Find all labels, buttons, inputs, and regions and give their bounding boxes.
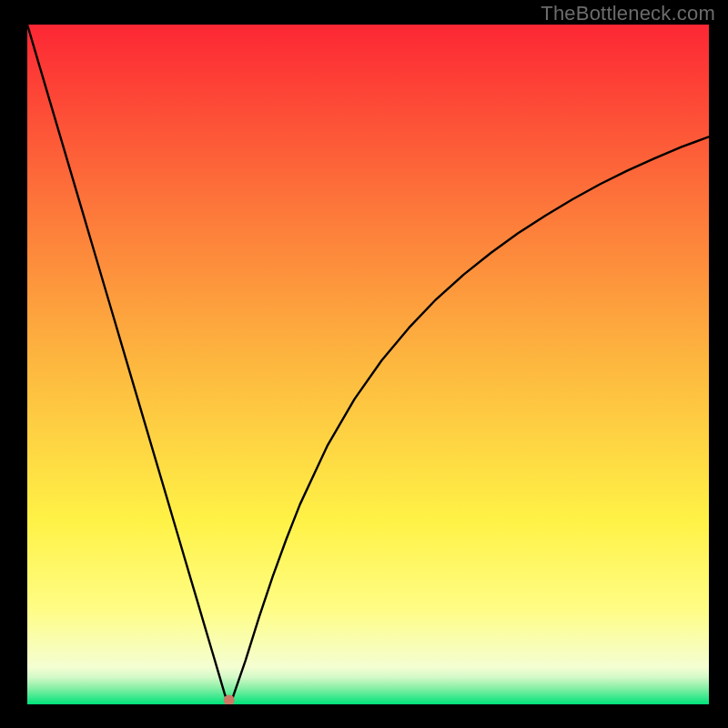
plot-area xyxy=(27,25,709,704)
chart-frame: TheBottleneck.com xyxy=(0,0,728,728)
watermark-text: TheBottleneck.com xyxy=(541,2,715,25)
gradient-background xyxy=(27,25,709,704)
chart-svg xyxy=(27,25,709,704)
